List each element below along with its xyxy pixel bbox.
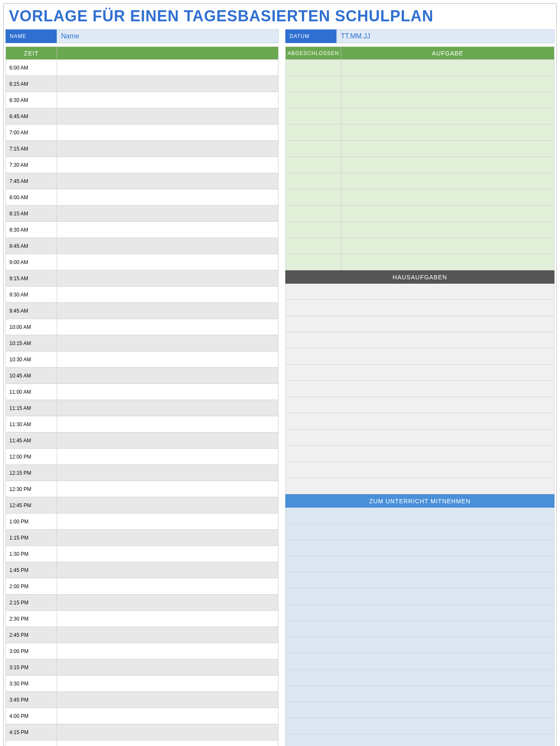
time-entry-cell[interactable] (57, 384, 279, 400)
task-done-cell[interactable] (286, 141, 341, 157)
time-entry-cell[interactable] (57, 238, 279, 254)
time-entry-cell[interactable] (57, 433, 279, 449)
homework-cell[interactable] (286, 365, 554, 381)
task-text-cell[interactable] (341, 157, 554, 173)
time-entry-cell[interactable] (57, 125, 279, 141)
task-text-cell[interactable] (341, 189, 554, 206)
time-entry-cell[interactable] (57, 141, 279, 157)
homework-cell[interactable] (286, 381, 554, 397)
time-entry-cell[interactable] (57, 611, 279, 627)
time-entry-cell[interactable] (57, 595, 279, 611)
homework-cell[interactable] (286, 462, 554, 478)
time-entry-cell[interactable] (57, 157, 279, 173)
task-text-cell[interactable] (341, 125, 554, 141)
bring-cell[interactable] (286, 686, 554, 702)
homework-cell[interactable] (286, 300, 554, 316)
homework-cell[interactable] (286, 332, 554, 348)
bring-cell[interactable] (286, 589, 554, 605)
time-entry-cell[interactable] (57, 416, 279, 433)
time-entry-cell[interactable] (57, 92, 279, 108)
bring-cell[interactable] (286, 637, 554, 653)
homework-cell[interactable] (286, 413, 554, 430)
task-done-cell[interactable] (286, 157, 341, 173)
bring-cell[interactable] (286, 702, 554, 718)
task-done-cell[interactable] (286, 108, 341, 125)
bring-cell[interactable] (286, 524, 554, 540)
bring-cell[interactable] (286, 621, 554, 637)
time-entry-cell[interactable] (57, 724, 279, 740)
time-entry-cell[interactable] (57, 189, 279, 206)
bring-cell[interactable] (286, 540, 554, 556)
task-text-cell[interactable] (341, 222, 554, 238)
time-entry-cell[interactable] (57, 60, 279, 76)
bring-cell[interactable] (286, 734, 554, 746)
time-entry-cell[interactable] (57, 108, 279, 125)
task-done-cell[interactable] (286, 222, 341, 238)
time-entry-cell[interactable] (57, 481, 279, 497)
task-done-cell[interactable] (286, 92, 341, 108)
time-entry-cell[interactable] (57, 740, 279, 746)
bring-cell[interactable] (286, 556, 554, 572)
time-entry-cell[interactable] (57, 546, 279, 562)
homework-table: HAUSAUFGABEN (285, 270, 554, 494)
time-entry-cell[interactable] (57, 627, 279, 643)
bring-cell[interactable] (286, 670, 554, 686)
task-done-cell[interactable] (286, 173, 341, 189)
task-done-cell[interactable] (286, 60, 341, 76)
task-text-cell[interactable] (341, 141, 554, 157)
time-entry-cell[interactable] (57, 465, 279, 481)
bring-cell[interactable] (286, 718, 554, 734)
time-entry-cell[interactable] (57, 449, 279, 465)
task-done-cell[interactable] (286, 76, 341, 92)
homework-cell[interactable] (286, 430, 554, 446)
task-done-cell[interactable] (286, 189, 341, 206)
bring-cell[interactable] (286, 653, 554, 670)
task-done-cell[interactable] (286, 238, 341, 254)
time-entry-cell[interactable] (57, 222, 279, 238)
time-entry-cell[interactable] (57, 319, 279, 335)
time-entry-cell[interactable] (57, 659, 279, 676)
task-text-cell[interactable] (341, 60, 554, 76)
bring-cell[interactable] (286, 508, 554, 524)
task-text-cell[interactable] (341, 76, 554, 92)
homework-cell[interactable] (286, 348, 554, 365)
bring-cell[interactable] (286, 572, 554, 589)
time-entry-cell[interactable] (57, 173, 279, 189)
task-text-cell[interactable] (341, 206, 554, 222)
task-done-cell[interactable] (286, 254, 341, 270)
date-input[interactable]: TT.MM.JJ (337, 29, 554, 43)
homework-cell[interactable] (286, 316, 554, 332)
time-entry-cell[interactable] (57, 351, 279, 368)
time-entry-cell[interactable] (57, 676, 279, 692)
time-entry-cell[interactable] (57, 530, 279, 546)
task-text-cell[interactable] (341, 173, 554, 189)
task-done-cell[interactable] (286, 206, 341, 222)
task-text-cell[interactable] (341, 254, 554, 270)
time-entry-cell[interactable] (57, 578, 279, 595)
time-entry-cell[interactable] (57, 368, 279, 384)
time-entry-cell[interactable] (57, 303, 279, 319)
bring-cell[interactable] (286, 605, 554, 621)
time-entry-cell[interactable] (57, 287, 279, 303)
task-done-cell[interactable] (286, 125, 341, 141)
homework-cell[interactable] (286, 478, 554, 494)
time-entry-cell[interactable] (57, 270, 279, 287)
name-input[interactable]: Name (57, 29, 279, 43)
time-entry-cell[interactable] (57, 708, 279, 724)
homework-cell[interactable] (286, 284, 554, 300)
time-entry-cell[interactable] (57, 335, 279, 351)
task-text-cell[interactable] (341, 108, 554, 125)
time-entry-cell[interactable] (57, 692, 279, 708)
time-entry-cell[interactable] (57, 76, 279, 92)
time-entry-cell[interactable] (57, 514, 279, 530)
time-entry-cell[interactable] (57, 206, 279, 222)
time-entry-cell[interactable] (57, 497, 279, 514)
time-entry-cell[interactable] (57, 562, 279, 578)
homework-cell[interactable] (286, 397, 554, 413)
time-entry-cell[interactable] (57, 254, 279, 270)
time-entry-cell[interactable] (57, 400, 279, 416)
homework-cell[interactable] (286, 446, 554, 462)
task-text-cell[interactable] (341, 92, 554, 108)
time-entry-cell[interactable] (57, 643, 279, 659)
task-text-cell[interactable] (341, 238, 554, 254)
